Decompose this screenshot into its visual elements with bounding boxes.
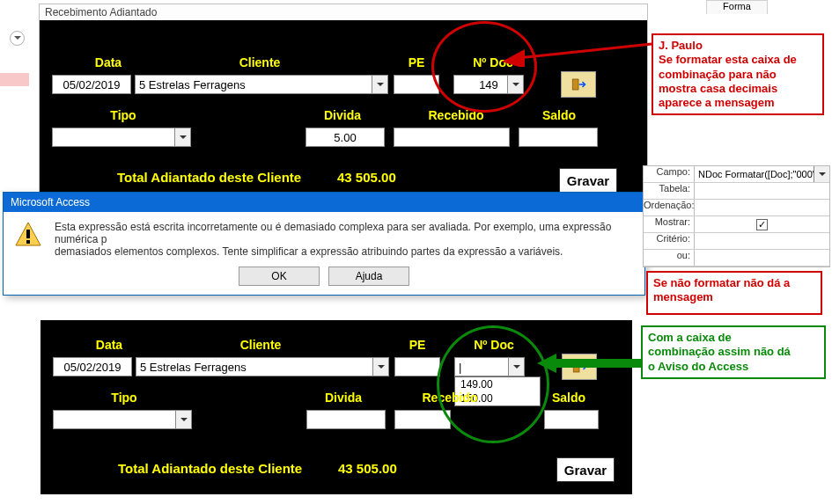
label-divida: Divida — [307, 108, 378, 122]
campo-cell[interactable]: NDoc Formatar([Doc];"000") — [695, 166, 829, 182]
qlabel-mostrar: Mostrar: — [644, 216, 695, 232]
annotation-green: Com a caixa de combinação assim não dá o… — [641, 325, 826, 379]
ribbon-expand-button[interactable] — [10, 31, 25, 46]
mostrar-checkbox-cell[interactable] — [695, 216, 829, 232]
divida-field[interactable]: 5.00 — [306, 128, 385, 147]
open-record-button[interactable] — [561, 71, 596, 98]
help-button[interactable]: Ajuda — [328, 267, 409, 286]
data-field[interactable]: 05/02/2019 — [52, 75, 131, 94]
chevron-down-icon[interactable] — [814, 166, 829, 182]
recebido-field[interactable] — [394, 410, 451, 429]
total-label: Total Adiantado deste Cliente — [118, 461, 302, 476]
campo-value: NDoc Formatar([Doc];"000") — [698, 169, 819, 179]
qlabel-ou: ou: — [644, 250, 695, 266]
dialog-text-line2: demasiados elementos complexos. Tente si… — [55, 245, 634, 258]
svg-marker-2 — [502, 49, 525, 67]
window-title: Recebimento Adiantado — [40, 4, 647, 20]
green-arrow — [537, 352, 644, 376]
label-tipo: Tipo — [92, 108, 154, 122]
label-saldo: Saldo — [542, 391, 595, 405]
svg-rect-0 — [572, 79, 578, 90]
qlabel-tabela: Tabela: — [644, 183, 695, 199]
chevron-down-icon[interactable] — [372, 76, 387, 93]
divida-field[interactable] — [306, 410, 386, 429]
total-value: 43 505.00 — [337, 170, 396, 185]
tipo-combo[interactable] — [52, 128, 191, 147]
svg-rect-5 — [26, 240, 30, 244]
cliente-combo[interactable]: 5 Estrelas Ferragens — [135, 75, 388, 94]
data-field[interactable]: 05/02/2019 — [53, 357, 132, 376]
label-cliente: Cliente — [208, 338, 313, 352]
gravar-button[interactable]: Gravar — [556, 457, 615, 482]
label-tipo: Tipo — [93, 391, 155, 405]
checkbox-checked-icon[interactable] — [756, 219, 768, 230]
qlabel-ordenacao: Ordenação: — [644, 200, 695, 215]
ok-button[interactable]: OK — [239, 267, 320, 286]
record-selector-highlight — [0, 73, 29, 86]
door-arrow-icon — [571, 77, 586, 92]
label-saldo: Saldo — [533, 108, 585, 122]
label-pe: PE — [400, 338, 435, 352]
svg-line-1 — [518, 44, 652, 58]
label-pe: PE — [399, 55, 434, 69]
dialog-text-line1: Esta expressão está escrita incorretamen… — [55, 221, 634, 245]
cliente-combo[interactable]: 5 Estrelas Ferragens — [136, 357, 389, 376]
cliente-value: 5 Estrelas Ferragens — [139, 78, 246, 91]
chevron-down-icon[interactable] — [174, 128, 190, 146]
tipo-combo[interactable] — [53, 410, 192, 429]
qlabel-criterio: Critério: — [644, 233, 695, 249]
saldo-field[interactable] — [519, 128, 598, 147]
annotation-red-top: J. Paulo Se formatar esta caixa de combi… — [652, 33, 824, 115]
annotation-red-middle: Se não formatar não dá a mensagem — [646, 271, 822, 315]
qlabel-campo: Campo: — [644, 166, 695, 182]
label-divida: Divida — [308, 391, 379, 405]
label-data: Data — [74, 338, 144, 352]
warning-icon — [14, 221, 42, 249]
total-label: Total Adiantado deste Cliente — [117, 170, 301, 185]
svg-rect-7 — [549, 359, 643, 368]
dialog-title: Microsoft Access — [4, 193, 644, 212]
green-circle-ndoc — [437, 325, 549, 443]
total-value: 43 505.00 — [338, 461, 397, 476]
label-data: Data — [73, 55, 144, 69]
access-warning-dialog: Microsoft Access Esta expressão está esc… — [3, 192, 645, 296]
red-arrow — [502, 32, 656, 67]
gravar-button[interactable]: Gravar — [559, 168, 617, 193]
query-design-grid: Campo: NDoc Formatar([Doc];"000") Tabela… — [643, 165, 830, 267]
recebido-field[interactable] — [394, 128, 510, 147]
label-cliente: Cliente — [207, 55, 313, 69]
chevron-down-icon[interactable] — [372, 358, 388, 376]
format-tab[interactable]: Forma — [706, 0, 768, 14]
svg-rect-4 — [26, 230, 30, 238]
pe-field[interactable] — [394, 357, 440, 376]
svg-marker-8 — [537, 354, 556, 373]
chevron-down-icon[interactable] — [175, 411, 191, 428]
saldo-field[interactable] — [544, 410, 599, 429]
